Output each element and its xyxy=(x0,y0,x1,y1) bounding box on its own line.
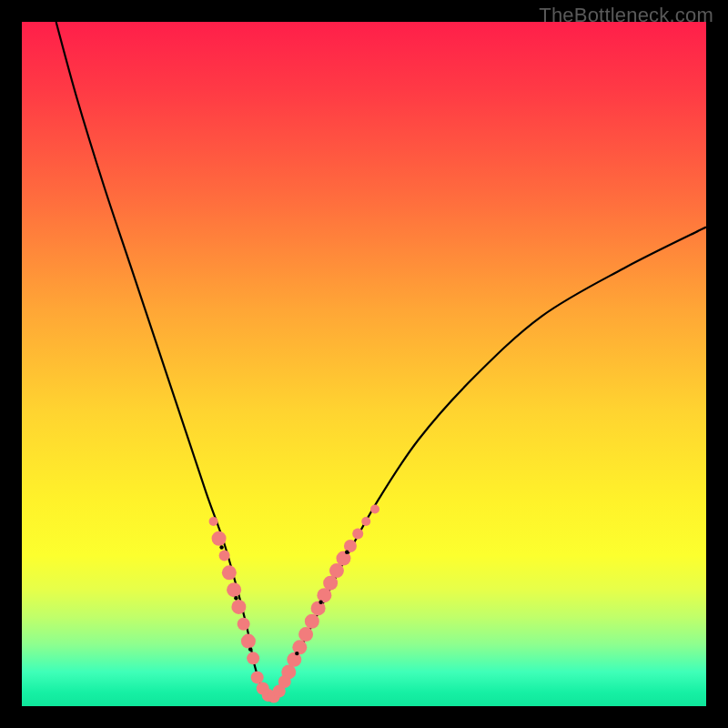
dots-left-branch xyxy=(209,517,260,664)
data-point xyxy=(329,563,344,578)
data-point xyxy=(345,551,349,554)
data-point xyxy=(361,517,370,526)
data-point xyxy=(238,618,250,631)
data-point xyxy=(234,596,238,600)
data-point xyxy=(247,652,259,664)
data-point xyxy=(305,614,319,629)
chart-frame xyxy=(22,22,706,706)
data-point xyxy=(370,504,379,513)
data-point xyxy=(352,528,363,539)
data-point xyxy=(219,545,223,549)
data-point xyxy=(323,576,338,591)
data-point xyxy=(251,671,264,683)
data-point xyxy=(248,647,252,651)
data-point xyxy=(209,517,218,526)
data-point xyxy=(311,601,326,615)
data-point xyxy=(317,588,331,602)
bottleneck-curve xyxy=(56,22,706,701)
dots-valley xyxy=(251,671,291,703)
data-point xyxy=(212,531,227,546)
data-point xyxy=(292,640,307,654)
data-point xyxy=(227,582,241,597)
watermark-text: TheBottleneck.com xyxy=(539,4,713,27)
data-point xyxy=(241,634,256,649)
data-point xyxy=(295,652,298,655)
data-point xyxy=(298,627,313,642)
data-point xyxy=(222,565,237,580)
bottleneck-chart xyxy=(22,22,706,706)
data-point xyxy=(231,600,246,614)
data-point xyxy=(219,551,230,561)
data-point xyxy=(278,675,291,688)
data-point xyxy=(318,600,322,603)
